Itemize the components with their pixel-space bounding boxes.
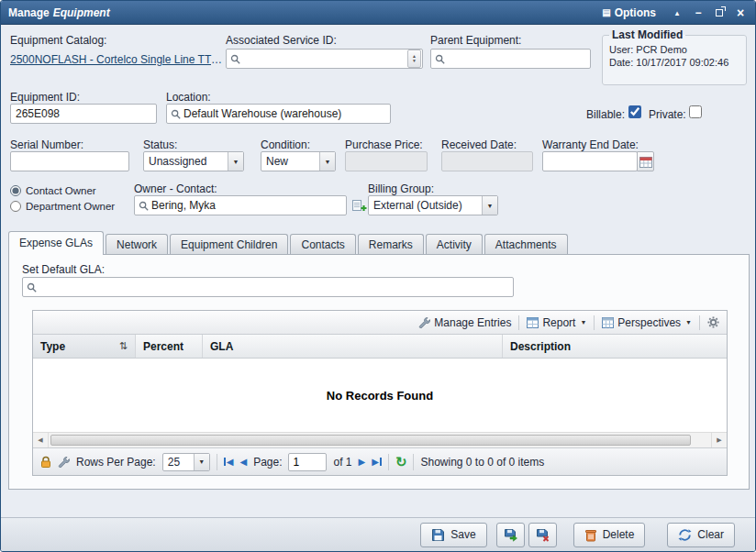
popout-button[interactable]: [712, 6, 727, 20]
tab-expense-glas[interactable]: Expense GLAs: [8, 231, 104, 255]
location-input[interactable]: [183, 105, 390, 123]
select-trigger-button[interactable]: ▼: [319, 152, 335, 171]
save-icon: [431, 528, 445, 542]
titlebar: Manage Equipment ▤ Options ▴ − ×: [1, 1, 755, 25]
footer-separator: [413, 454, 414, 470]
tab-network[interactable]: Network: [106, 234, 168, 254]
toolbar-separator: [699, 315, 700, 330]
empty-records-text: No Records Found: [327, 389, 433, 403]
grid-toolbar: Manage Entries Report ▼ Perspectives ▼: [33, 311, 727, 335]
location-field: [166, 104, 391, 124]
tab-equipment-children[interactable]: Equipment Children: [170, 234, 288, 254]
billable-checkbox[interactable]: [628, 105, 641, 118]
next-page-button[interactable]: ▶: [359, 457, 366, 467]
private-label: Private:: [649, 108, 686, 121]
clear-button[interactable]: Clear: [667, 523, 735, 547]
page-input[interactable]: [288, 453, 327, 471]
horizontal-scrollbar[interactable]: ◀ ▶: [33, 432, 727, 447]
scrollbar-thumb[interactable]: [50, 435, 691, 446]
collapse-button[interactable]: ▴: [670, 6, 684, 20]
select-trigger-button[interactable]: ▼: [482, 196, 497, 215]
tab-contacts[interactable]: Contacts: [290, 234, 355, 254]
contact-owner-label: Contact Owner: [26, 185, 96, 196]
options-icon: ▤: [602, 7, 610, 17]
select-trigger-button[interactable]: ▼: [194, 454, 209, 470]
scroll-left-button[interactable]: ◀: [33, 433, 49, 447]
column-header-gla[interactable]: GLA: [203, 335, 503, 358]
refresh-button[interactable]: ↻: [395, 455, 407, 469]
column-header-description[interactable]: Description: [503, 335, 727, 358]
parent-equipment-input[interactable]: [448, 50, 590, 68]
perspectives-button[interactable]: Perspectives ▼: [602, 316, 692, 329]
chevron-down-icon: ▼: [233, 159, 239, 165]
owner-contact-input[interactable]: [151, 196, 346, 215]
first-page-button[interactable]: ◀: [224, 457, 234, 467]
column-header-type[interactable]: Type ⇅: [33, 335, 136, 358]
associated-service-id-label: Associated Service ID:: [226, 34, 337, 47]
chevron-down-icon: ▼: [580, 319, 586, 326]
select-trigger-button[interactable]: ▼: [228, 152, 243, 171]
add-contact-button[interactable]: [350, 197, 369, 214]
save-and-close-button[interactable]: [528, 523, 557, 547]
wrench-icon: [418, 316, 430, 328]
billing-group-select[interactable]: External (Outside) ▼: [368, 195, 498, 215]
footer-separator: [388, 454, 389, 470]
serial-number-input[interactable]: [10, 151, 129, 171]
clear-icon: [678, 528, 692, 542]
save-label: Save: [450, 528, 475, 541]
department-owner-radio-row[interactable]: Department Owner: [10, 201, 115, 212]
close-button[interactable]: ×: [733, 6, 748, 20]
rows-per-page-value: 25: [163, 456, 194, 469]
tab-activity[interactable]: Activity: [426, 234, 483, 254]
tab-remarks[interactable]: Remarks: [358, 234, 424, 254]
lock-icon[interactable]: [40, 456, 51, 469]
contact-owner-radio[interactable]: [10, 185, 21, 196]
set-default-gla-label: Set Default GLA:: [22, 263, 105, 276]
status-label: Status:: [143, 138, 177, 151]
calendar-button[interactable]: [637, 151, 654, 171]
toolbar-separator: [518, 315, 519, 330]
options-button[interactable]: ▤ Options: [602, 6, 656, 19]
report-button[interactable]: Report ▼: [527, 316, 586, 329]
private-checkbox[interactable]: [689, 105, 702, 118]
last-page-bar-icon: [380, 458, 382, 466]
close-icon: ×: [737, 6, 744, 20]
manage-equipment-window: Manage Equipment ▤ Options ▴ − × Equipme…: [0, 0, 756, 552]
scroll-right-button[interactable]: ▶: [711, 433, 727, 447]
spinner-buttons[interactable]: ▲ ▼: [407, 50, 421, 68]
delete-button[interactable]: Delete: [573, 523, 646, 547]
status-select[interactable]: Unassigned ▼: [143, 151, 244, 171]
page-label: Page:: [253, 456, 282, 469]
contact-owner-radio-row[interactable]: Contact Owner: [10, 185, 96, 196]
previous-page-button[interactable]: ◀: [239, 457, 247, 467]
set-default-gla-field: [22, 277, 514, 297]
wrench-icon[interactable]: [58, 456, 70, 468]
associated-service-id-input[interactable]: [243, 50, 407, 68]
set-default-gla-input[interactable]: [39, 278, 513, 296]
last-page-button[interactable]: ▶: [372, 457, 382, 467]
grid-settings-button[interactable]: [707, 316, 719, 328]
column-header-percent[interactable]: Percent: [136, 335, 203, 358]
minimize-button[interactable]: −: [691, 6, 706, 20]
window-controls: ▤ Options ▴ − ×: [602, 6, 748, 20]
scrollbar-track[interactable]: [49, 433, 711, 447]
chevron-down-icon: ▼: [685, 319, 692, 326]
save-and-new-button[interactable]: [496, 523, 525, 547]
previous-page-icon: ◀: [239, 457, 247, 467]
report-icon: [527, 317, 539, 328]
manage-entries-button[interactable]: Manage Entries: [418, 316, 511, 329]
save-button[interactable]: Save: [420, 523, 486, 547]
purchase-price-label: Purchase Price:: [345, 138, 423, 151]
minimize-icon: −: [695, 6, 701, 19]
last-modified-user: User: PCR Demo: [609, 44, 739, 55]
department-owner-radio[interactable]: [10, 201, 21, 212]
first-page-bar-icon: [224, 458, 226, 466]
rows-per-page-select[interactable]: 25 ▼: [162, 453, 210, 471]
warranty-end-date-input[interactable]: [542, 151, 638, 171]
equipment-catalog-link[interactable]: 2500NOFLASH - Cortelco Single Line TT D.…: [10, 53, 223, 66]
associated-service-id-field: ▲ ▼: [226, 49, 423, 69]
tab-attachments[interactable]: Attachments: [484, 234, 568, 254]
billable-label: Billable:: [586, 108, 625, 121]
equipment-id-input[interactable]: [10, 104, 157, 124]
condition-select[interactable]: New ▼: [261, 151, 336, 171]
